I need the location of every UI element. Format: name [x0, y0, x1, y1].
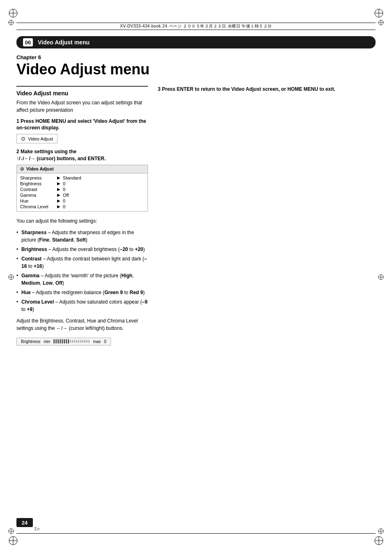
va-small-box: ⊙ Video Adjust [16, 134, 58, 143]
slider-dot [86, 340, 88, 343]
step-3: 3 Press ENTER to return to the Video Adj… [158, 86, 376, 93]
va-table: ⊙ Video Adjust Sharpness ▶ StandardBrigh… [16, 165, 148, 212]
row-value: 0 [63, 187, 65, 192]
inner-mark-top-left [7, 19, 15, 28]
bottom-line [16, 533, 376, 534]
chapter-band-title: Video Adjust menu [38, 39, 90, 46]
row-value: Off [63, 193, 69, 198]
list-item: Gamma – Adjusts the 'warmth' of the pict… [16, 272, 148, 287]
va-small-icon: ⊙ [21, 136, 25, 142]
slider-tick [62, 339, 63, 343]
chapter-band: 06 Video Adjust menu [16, 36, 376, 48]
step-2-line2: ↑/↓/←/→ (cursor) buttons, and ENTER. [16, 155, 148, 162]
slider-tick [64, 339, 65, 343]
slider-dot [72, 340, 73, 343]
note-text: Adjust the Brightness, Contrast, Hue and… [16, 317, 148, 332]
inner-mark-bottom-right [377, 527, 385, 536]
reg-mark-top-right [373, 7, 385, 20]
section-intro: From the Video Adjust screen you can adj… [16, 99, 148, 114]
section-title: Video Adjust menu [16, 90, 148, 97]
step-1: 1 Press HOME MENU and select 'Video Adju… [16, 118, 148, 132]
slider-value: 0 [104, 339, 106, 344]
meta-bar-text: XV-DV333-434.book 24 ページ ２００５年２月２３日 水曜日 … [120, 23, 272, 29]
right-column: 3 Press ENTER to return to the Video Adj… [158, 86, 376, 345]
slider-dot [88, 340, 90, 343]
row-arrow: ▶ [57, 198, 63, 203]
va-small-label: Video Adjust [28, 136, 53, 141]
bullet-list: Sharpness – Adjusts the sharpness of edg… [16, 229, 148, 313]
table-row: Chroma Level ▶ 0 [17, 204, 148, 210]
slider-dot [84, 340, 85, 343]
list-item: Contrast – Adjusts the contrast between … [16, 255, 148, 270]
inner-mark-bottom-left [7, 527, 15, 536]
two-column-layout: Video Adjust menu From the Video Adjust … [16, 86, 376, 345]
va-table-header-label: Video Adjust [26, 166, 54, 171]
step-1-text: 1 Press HOME MENU and select 'Video Adju… [16, 118, 146, 131]
row-value: 0 [63, 198, 65, 203]
row-value: 0 [63, 204, 65, 209]
list-item: Chroma Level – Adjusts how saturated col… [16, 298, 148, 313]
slider-max: max [93, 339, 101, 344]
row-value: Standard [63, 175, 81, 180]
slider-label: Brightness [21, 339, 40, 344]
va-table-body: Sharpness ▶ StandardBrightness ▶ 0Contra… [17, 173, 148, 211]
row-arrow: ▶ [57, 204, 63, 209]
reg-mark-bottom-left [7, 535, 19, 548]
table-row: Hue ▶ 0 [17, 198, 148, 204]
row-label: Chroma Level [20, 204, 57, 209]
step-2: 2 Make settings using the ↑/↓/←/→ (curso… [16, 148, 148, 162]
row-label: Brightness [20, 181, 57, 186]
reg-mark-bottom-right [373, 535, 385, 548]
reg-mark-top-left [7, 7, 19, 20]
va-table-header-icon: ⊙ [20, 166, 24, 172]
slider-box: Brightness min max 0 [16, 338, 111, 345]
slider-dot [80, 340, 81, 343]
slider-dot [74, 340, 75, 343]
list-item: Sharpness – Adjusts the sharpness of edg… [16, 229, 148, 244]
list-item: Hue – Adjusts the red/green balance (Gre… [16, 289, 148, 296]
row-label: Hue [20, 198, 57, 203]
table-row: Gamma ▶ Off [17, 192, 148, 198]
section-divider [16, 86, 148, 87]
side-mark-left [7, 273, 15, 282]
slider-tick [60, 339, 61, 343]
slider-tick [58, 339, 59, 343]
row-arrow: ▶ [57, 181, 63, 186]
table-row: Sharpness ▶ Standard [17, 175, 148, 181]
slider-dot [78, 340, 79, 343]
slider-tick [68, 339, 69, 343]
chapter-label: Chapter 6 [16, 54, 376, 60]
row-arrow: ▶ [57, 193, 63, 197]
row-label: Sharpness [20, 175, 57, 180]
slider-tick [55, 339, 57, 343]
slider-dot [70, 340, 71, 343]
row-value: 0 [63, 181, 65, 186]
row-arrow: ▶ [57, 175, 63, 180]
table-row: Contrast ▶ 0 [17, 187, 148, 192]
slider-dot [82, 340, 83, 343]
slider-track [53, 339, 90, 343]
inner-mark-top-right [377, 19, 385, 28]
step-2-line1: 2 Make settings using the [16, 148, 148, 155]
can-adjust-label: You can adjust the following settings: [16, 217, 148, 225]
chapter-number: 06 [23, 38, 33, 46]
left-column: Video Adjust menu From the Video Adjust … [16, 86, 148, 345]
row-label: Contrast [20, 187, 57, 192]
va-table-header: ⊙ Video Adjust [17, 165, 148, 173]
slider-tick [66, 339, 67, 343]
table-row: Brightness ▶ 0 [17, 181, 148, 187]
main-content: Chapter 6 Video Adjust menu Video Adjust… [16, 54, 376, 514]
row-arrow: ▶ [57, 187, 63, 191]
page-lang: En [35, 527, 39, 531]
slider-dot [76, 340, 77, 343]
slider-min: min [44, 339, 50, 344]
chapter-main-title: Video Adjust menu [16, 61, 376, 78]
page-number: 24 [22, 520, 28, 526]
side-mark-right [377, 273, 385, 282]
row-label: Gamma [20, 193, 57, 198]
list-item: Brightness – Adjusts the overall brightn… [16, 246, 148, 253]
slider-tick [53, 339, 55, 343]
meta-bar: XV-DV333-434.book 24 ページ ２００５年２月２３日 水曜日 … [16, 23, 376, 30]
page-number-box: 24 [16, 518, 33, 527]
